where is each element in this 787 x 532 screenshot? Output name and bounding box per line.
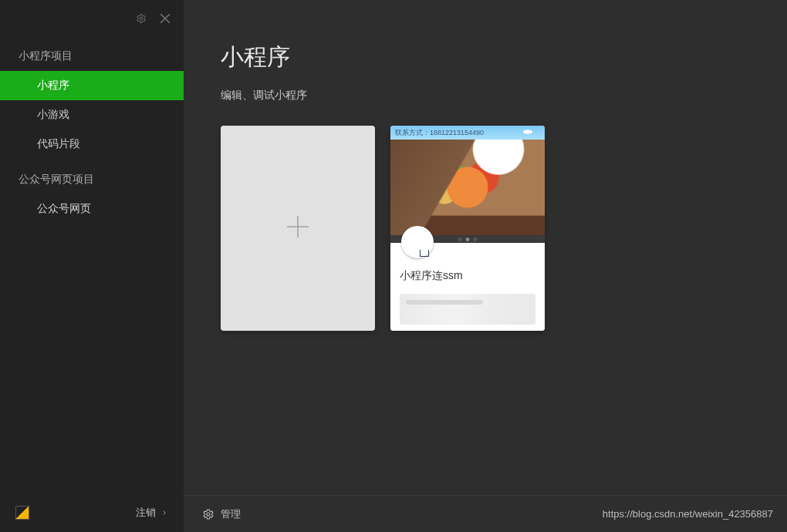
new-project-card[interactable] [221,126,375,331]
sidebar-item-snippet[interactable]: 代码片段 [0,130,184,159]
sidebar-top-icons [136,11,173,26]
settings-icon[interactable] [136,13,147,24]
sidebar-item-label: 小游戏 [37,108,69,120]
app-logo-icon [15,506,29,520]
preview-banner: 联系方式： 18812213154490 [390,126,545,140]
project-path-redacted [400,294,535,325]
sidebar-section-title: 小程序项目 [0,46,184,71]
sidebar-item-label: 小程序 [37,79,69,91]
watermark: https://blog.csdn.net/weixin_42356887 [603,508,773,520]
project-grid: 联系方式： 18812213154490 小程序连ssm [184,103,787,354]
avatar [401,226,434,258]
project-card[interactable]: 联系方式： 18812213154490 小程序连ssm [390,126,545,331]
plus-icon [282,210,314,246]
close-icon[interactable] [157,11,173,26]
sidebar-group-miniprogram: 小程序项目 小程序 小游戏 代码片段 [0,46,184,159]
sidebar-bottom: 注销 [0,506,184,520]
sidebar-item-label: 公众号网页 [37,202,91,214]
gear-icon [202,508,214,520]
chevron-right-icon [160,509,168,517]
project-info: 小程序连ssm [390,264,545,331]
page-subtitle: 编辑、调试小程序 [221,89,750,103]
preview-banner-value: 18812213154490 [430,129,484,136]
sidebar-item-miniprogram[interactable]: 小程序 [0,71,184,100]
sidebar-section-title: 公众号网页项目 [0,170,184,194]
sidebar-item-official-webpage[interactable]: 公众号网页 [0,194,184,224]
svg-point-5 [207,513,210,516]
main-panel: 小程序 编辑、调试小程序 联系方式： 18812213154490 小程序连ss… [184,0,787,532]
preview-hero-image [390,140,545,235]
sidebar-nav: 小程序项目 小程序 小游戏 代码片段 公众号网页项目 公众号网页 [0,46,184,224]
page-title: 小程序 [221,42,750,73]
sidebar-item-minigame[interactable]: 小游戏 [0,100,184,130]
sidebar-item-label: 代码片段 [37,137,80,150]
preview-banner-label: 联系方式： [395,128,430,138]
svg-point-0 [140,17,143,20]
sidebar: 小程序项目 小程序 小游戏 代码片段 公众号网页项目 公众号网页 注销 [0,0,184,532]
main-header: 小程序 编辑、调试小程序 [184,0,787,103]
logout-button[interactable]: 注销 [136,506,168,520]
logout-label: 注销 [136,506,156,520]
project-name: 小程序连ssm [400,269,535,283]
manage-label: 管理 [221,507,241,521]
sidebar-group-officialaccount: 公众号网页项目 公众号网页 [0,170,184,224]
manage-button[interactable]: 管理 [202,507,241,521]
